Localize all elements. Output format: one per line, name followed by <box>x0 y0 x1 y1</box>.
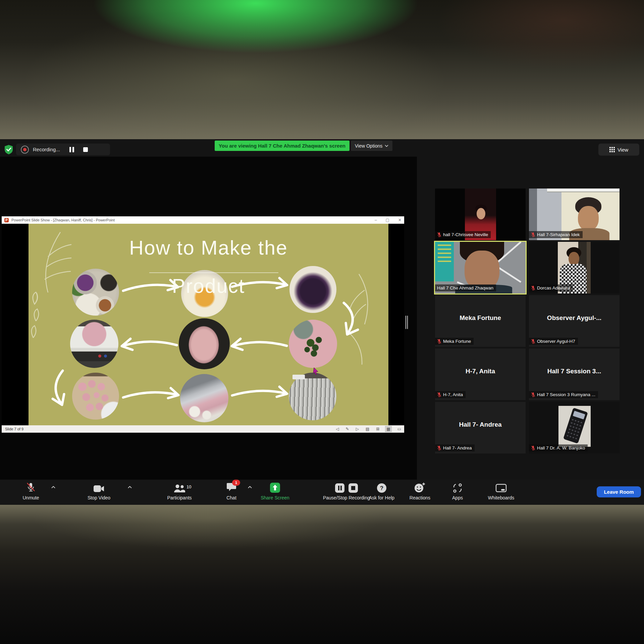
chat-button[interactable]: 1 Chat <box>206 482 257 503</box>
muted-mic-icon <box>437 392 441 397</box>
participant-name-label: H-7, Anita <box>443 392 463 397</box>
muted-mic-icon <box>531 445 535 450</box>
recording-dot-icon <box>21 146 29 154</box>
recording-label: Recording... <box>33 147 60 152</box>
pause-recording-icon[interactable] <box>69 147 74 152</box>
stop-video-button[interactable]: Stop Video <box>74 482 124 503</box>
step-photo-dough-scale <box>70 320 118 368</box>
previous-slide-icon[interactable]: ◁ <box>335 426 340 432</box>
participant-center-name: Observer Aygul-... <box>529 314 620 322</box>
share-screen-label: Share Screen <box>250 495 300 500</box>
participant-tile-meka[interactable]: Meka Fortune Meka Fortune <box>435 295 526 347</box>
slide-title-line2: Product <box>29 275 388 298</box>
muted-mic-icon <box>437 339 441 344</box>
video-options-chevron[interactable] <box>127 486 132 489</box>
muted-mic-icon <box>531 392 535 397</box>
window-maximize-button[interactable]: ▢ <box>386 218 389 222</box>
participant-name-label: Hall 7 Dr. A. W. Banjoko <box>537 445 585 450</box>
notes-view-icon[interactable]: ▤ <box>365 426 370 432</box>
leave-room-button[interactable]: Leave Room <box>597 486 641 497</box>
grid-view-selected-icon[interactable]: ▦ <box>385 426 391 432</box>
stop-video-label: Stop Video <box>74 495 124 500</box>
slide-title-underline <box>149 272 278 273</box>
share-screen-button[interactable]: Share Screen <box>250 482 300 503</box>
viewing-banner: You are viewing Hall 7 Che Ahmad Zhaqwan… <box>215 141 350 151</box>
participant-tile-zhaqwan-active-speaker[interactable]: Hall 7 Che Ahmad Zhaqwan <box>435 242 526 293</box>
participant-tile-anita[interactable]: H-7, Anita H-7, Anita <box>435 348 526 400</box>
muted-mic-icon <box>437 445 441 450</box>
slide-counter: Slide 7 of 9 <box>5 427 23 431</box>
view-layout-button[interactable]: View <box>598 144 639 156</box>
view-options-button[interactable]: View Options <box>351 141 392 151</box>
participant-center-name: H-7, Anita <box>435 368 526 375</box>
zoom-meeting-screen: Recording... You are viewing Hall 7 Che … <box>0 0 644 644</box>
step-photo-rolling <box>180 374 228 422</box>
participant-tile-observer-aygul[interactable]: Observer Aygul-... Observer Aygul-H7 <box>529 295 620 347</box>
unmute-button[interactable]: Unmute <box>6 482 56 503</box>
question-mark-icon: ? <box>377 483 387 493</box>
muted-mic-icon <box>531 339 535 344</box>
view-options-label: View Options <box>355 143 382 149</box>
participant-name-label: Hall 7- Andrea <box>443 445 472 450</box>
svg-text:?: ? <box>380 485 383 491</box>
chat-label: Chat <box>206 495 257 500</box>
participant-tile-dorcas[interactable]: Dorcas Adewara <box>529 242 620 293</box>
participant-tile-chrisvee[interactable]: hall 7-Chrisvee Neville <box>435 189 526 240</box>
muted-mic-icon <box>437 232 441 237</box>
next-slide-icon[interactable]: ▷ <box>355 426 360 432</box>
presenter-view-icon[interactable]: ▭ <box>396 426 402 432</box>
participant-tile-andrea[interactable]: Hall 7- Andrea Hall 7- Andrea <box>435 402 526 453</box>
ambient-blur-top <box>0 0 644 140</box>
participant-name-label: Hall 7 Che Ahmad Zhaqwan <box>437 285 493 290</box>
video-camera-icon <box>93 484 105 493</box>
apps-label: Apps <box>432 495 483 500</box>
chat-unread-badge: 1 <box>232 480 240 486</box>
whiteboards-button[interactable]: Whiteboards <box>476 482 526 503</box>
mic-muted-icon <box>26 482 36 493</box>
audio-options-chevron[interactable] <box>51 486 56 489</box>
panel-resize-handle[interactable] <box>406 316 408 329</box>
slide-sorter-icon[interactable]: ⊞ <box>375 426 380 432</box>
grid-view-icon <box>609 147 615 152</box>
participants-count: 10 <box>186 484 191 489</box>
whiteboard-icon <box>495 484 507 493</box>
powerpoint-window-title: PowerPoint Slide Show - [Zhaqwan, Haniff… <box>11 218 115 222</box>
participant-name-label: Meka Fortune <box>443 339 471 344</box>
annotate-pen-icon[interactable]: ✎ <box>345 426 350 432</box>
slide-canvas: How to Make the Product <box>29 224 388 425</box>
step-photo-dough-plate <box>179 318 230 369</box>
muted-mic-icon <box>531 285 535 290</box>
pause-recording-icon <box>335 483 345 493</box>
participant-name-label: Dorcas Adewara <box>537 285 570 290</box>
security-shield-icon[interactable] <box>4 145 13 155</box>
participant-tile-session3[interactable]: Hall 7 Session 3... Hall 7 Session 3 Rum… <box>529 348 620 400</box>
share-screen-icon <box>270 482 280 493</box>
powerpoint-window: P PowerPoint Slide Show - [Zhaqwan, Hani… <box>2 216 404 433</box>
participant-name-label: hall 7-Chrisvee Neville <box>443 232 488 237</box>
apps-button[interactable]: Apps <box>432 482 483 503</box>
step-photo-dough-balls <box>72 373 119 420</box>
step-photo-hanging-strips <box>289 373 336 420</box>
participants-icon <box>173 484 185 493</box>
participants-button[interactable]: 10 Participants <box>154 482 205 503</box>
smiley-reactions-icon <box>414 482 426 493</box>
powerpoint-title-bar: P PowerPoint Slide Show - [Zhaqwan, Hani… <box>2 216 404 224</box>
unmute-label: Unmute <box>6 495 56 500</box>
participant-center-name: Meka Fortune <box>435 314 526 322</box>
participant-name-label: Observer Aygul-H7 <box>537 339 575 344</box>
step-photo-dough-herbs <box>289 320 337 368</box>
ambient-blur-bottom <box>0 505 644 644</box>
view-button-label: View <box>618 147 628 153</box>
participant-name-label: Hall 7 Session 3 Rumyana ... <box>537 392 595 397</box>
participant-tile-sirhajwan[interactable]: Hall 7-Sirhajwan Idek <box>529 189 620 240</box>
chevron-down-icon <box>385 145 388 147</box>
powerpoint-status-bar: Slide 7 of 9 ◁ ✎ ▷ ▤ ⊞ ▦ ▭ <box>2 425 404 433</box>
recording-pill: Recording... <box>16 144 110 155</box>
stop-recording-icon[interactable] <box>83 147 88 152</box>
participant-name-label: Hall 7-Sirhajwan Idek <box>537 232 580 237</box>
participant-tile-banjoko[interactable]: Hall 7 Dr. A. W. Banjoko <box>529 402 620 453</box>
apps-icon <box>452 483 463 493</box>
window-minimize-button[interactable]: – <box>375 218 377 222</box>
powerpoint-app-icon: P <box>4 218 9 222</box>
window-close-button[interactable]: ✕ <box>398 218 401 222</box>
